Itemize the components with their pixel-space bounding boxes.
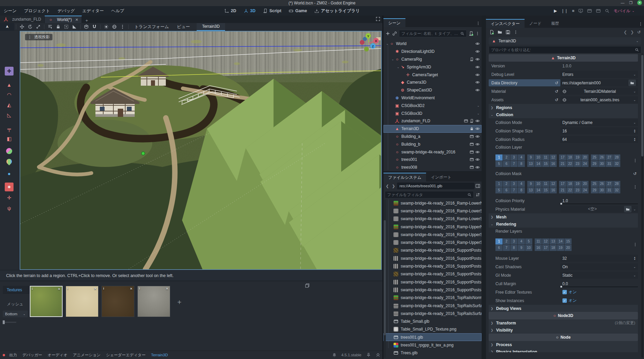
save-resource-icon[interactable] [506,30,510,35]
bottom-tab-Terrain3D[interactable]: Terrain3D [148,353,171,357]
current-path[interactable]: res://Assets/trees001.glb [397,183,474,189]
layer-cell-23[interactable]: 23 [574,187,581,193]
layer-cell-7[interactable]: 7 [503,245,510,251]
layer-cell-18[interactable]: 18 [567,181,574,187]
workspace-game[interactable]: Game [286,8,310,13]
scene-node-trees001[interactable]: ○trees001 [383,156,482,164]
GI-Mode-value[interactable]: Static⌄ [560,272,638,279]
layer-cell-3[interactable]: 3 [510,181,517,187]
layer-cell-3[interactable]: 3 [510,238,517,245]
Cast-Shadows-value[interactable]: On⌄ [560,263,638,270]
layer-cell-20[interactable]: 20 [581,181,589,187]
layer-cell-19[interactable]: 19 [557,245,564,251]
layer-cell-1[interactable]: 1 [495,181,503,187]
stop-button[interactable]: ■ [572,8,574,13]
group-node-button[interactable] [62,24,70,29]
layer-cell-3[interactable]: 3 [510,154,517,161]
layer-cell-32[interactable]: 32 [613,161,620,167]
scene-node-zundamon_FLD[interactable]: 人zundamon_FLD [383,117,482,125]
filesystem-tab[interactable]: ファイルシステム [383,173,426,182]
layer-cell-20[interactable]: 20 [564,245,572,251]
layer-cell-16[interactable]: 16 [550,187,557,193]
bottom-tab-シェーダーエディター[interactable]: シェーダーエディター [103,353,148,358]
eye-icon[interactable] [475,165,480,169]
remove-texture-icon[interactable]: ✕ [130,287,133,291]
snap-toggle-button[interactable] [90,24,98,29]
eye-icon[interactable] [475,134,480,139]
inspector-tab[interactable]: インスペクター [486,19,525,28]
game-camera-override-button[interactable] [605,8,609,13]
layer-cell-2[interactable]: 2 [503,154,510,161]
file-row[interactable]: swamp-bridge-4k-ready_2016_SupportPosts-… [383,254,482,262]
section-Process[interactable]: ❯Process [489,341,638,348]
layer-cell-32[interactable]: 32 [613,187,620,193]
scene-node-swamp-bridge-4k-ready_2016[interactable]: ○swamp-bridge-4k-ready_2016 [383,148,482,156]
Mouse-Layer-value[interactable]: 32▲▼ [560,255,638,262]
expand-bottom-panel-icon[interactable] [376,353,380,357]
layer-cell-9[interactable]: 9 [527,181,534,187]
layer-cell-8[interactable]: 8 [518,187,525,193]
section-Physics-Interpolation[interactable]: ❯Physics Interpolation [489,348,638,352]
layer-cell-19[interactable]: 19 [574,154,581,161]
new-resource-icon[interactable] [489,30,494,35]
layer-cell-6[interactable]: 6 [503,187,510,193]
dock-splitter-right[interactable] [482,16,486,359]
eye-icon[interactable] [475,157,480,162]
Material-value[interactable]: Terrain3DMaterial⌄ [560,88,638,95]
bottom-tab-アニメーション[interactable]: アニメーション [70,353,103,358]
script-icon[interactable] [470,119,474,123]
layer-cell-13[interactable]: 13 [527,187,534,193]
revert-icon[interactable]: ↺ [633,171,637,176]
file-row[interactable]: swamp-bridge-4k-ready_2016_SupportPosts-… [383,278,482,286]
file-row[interactable]: trees001_rpgpp_lt_tex_a.png [383,341,482,349]
layer-cell-17[interactable]: 17 [559,181,566,187]
remove-texture-icon[interactable]: ✕ [94,287,97,291]
layer-cell-21[interactable]: 21 [559,187,566,193]
load-resource-icon[interactable] [497,30,502,35]
resource-menu-icon[interactable] [514,30,518,34]
mesh-tab[interactable]: メッシュ [3,300,30,308]
eye-icon[interactable] [475,150,480,154]
instantiate-scene-button[interactable] [392,31,397,36]
attach-script-button[interactable] [469,31,473,36]
layer-cell-7[interactable]: 7 [510,187,517,193]
file-row[interactable]: swamp-bridge-4k-ready_2016_TopRailsSurfa… [383,302,482,310]
load-resource-button[interactable] [624,206,631,212]
layer-cell-22[interactable]: 22 [567,161,574,167]
file-row[interactable]: swamp-bridge-4k-ready_2016_SupportPosts-… [383,262,482,270]
foliage-tool[interactable]: ψ [5,204,14,212]
history-tab[interactable]: 履歴 [546,19,564,28]
grid-menu-icon[interactable] [633,185,637,189]
menu-3[interactable]: エディター [79,8,108,14]
file-row[interactable]: swamp-bridge-4k-ready_2016_Ramp-LowerSur… [383,215,482,223]
Collision-Radius-value[interactable]: 64▲▼ [560,136,638,143]
layer-cell-27[interactable]: 27 [606,181,613,187]
history-back-icon[interactable]: ❮ [624,30,627,35]
layer-cell-27[interactable]: 27 [606,154,613,161]
sort-files-icon[interactable] [475,192,480,197]
property-filter-input[interactable]: プロパティを絞り込む [489,46,641,54]
layer-cell-26[interactable]: 26 [598,181,605,187]
notifications-bell-icon[interactable] [332,353,337,357]
scene-tab-world[interactable]: ○ World(*) ✕ [45,16,82,23]
scene-node-trees008[interactable]: ○trees008 [383,164,482,171]
layer-cell-2[interactable]: 2 [503,238,510,245]
texture-info-icon[interactable]: i [32,287,33,291]
file-row[interactable]: swamp-bridge-4k-ready_2016_Ramp-LowerSur… [383,207,482,215]
layer-cell-12[interactable]: 12 [542,238,549,245]
scene-dock-tab[interactable]: シーン [383,18,405,27]
layer-cell-8[interactable]: 8 [518,161,525,167]
paint-wetness-tool[interactable]: ● [5,158,13,166]
history-forward-icon[interactable]: ❯ [630,30,634,35]
Physics-Material-value[interactable]: <空>⌄ [560,206,638,213]
layer-cell-31[interactable]: 31 [606,161,613,167]
movie-maker-button[interactable] [596,8,601,13]
layer-cell-31[interactable]: 31 [606,187,613,193]
movie-icon[interactable] [470,142,474,146]
workspace-アセットライブラリ[interactable]: アセットライブラリ [312,8,362,14]
bottom-tab-オーディオ[interactable]: オーディオ [45,353,70,358]
layer-cell-23[interactable]: 23 [574,161,581,167]
scene-tab-zundamon[interactable]: 人 zundamon_FLD [0,16,45,23]
file-row[interactable]: Table_Small.glb [383,317,482,325]
layer-cell-6[interactable]: 6 [495,245,503,251]
